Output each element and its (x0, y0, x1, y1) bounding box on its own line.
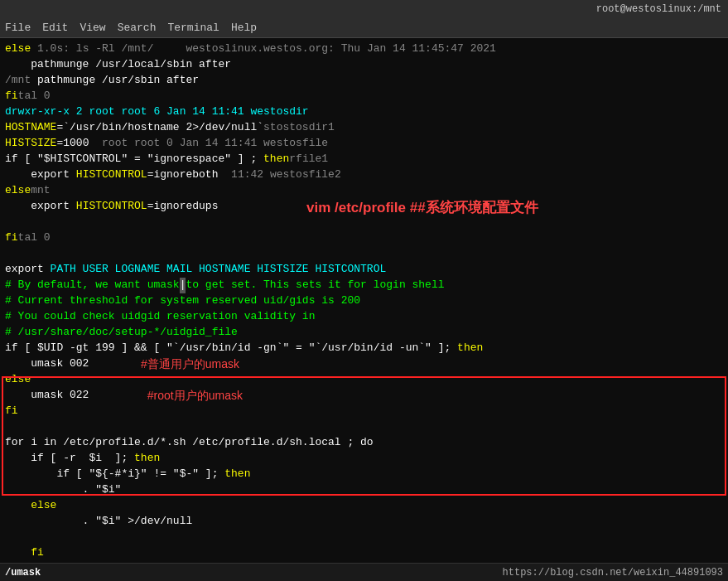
terminal-line-5: drwxr-xr-x 2 root root 6 Jan 14 11:41 we… (5, 104, 723, 120)
terminal-line-28: if [ "${-#*i}" != "$-" ]; then (5, 467, 723, 482)
terminal-line-29: . "$i" (5, 482, 723, 498)
umask-root-annotation: #root用户的umask (128, 370, 243, 421)
terminal-line-7: HISTSIZE=1000 root root 0 Jan 14 11:41 w… (5, 136, 723, 152)
status-bar: /umask https://blog.csdn.net/weixin_4489… (0, 563, 728, 581)
terminal-line-2: pathmunge /usr/local/sbin after (5, 57, 723, 73)
terminal-line-18: # You could check uidgid reservation val… (5, 309, 723, 325)
terminal-line-24: fi (5, 404, 723, 419)
status-left: /umask (5, 567, 41, 579)
menu-terminal[interactable]: Terminal (167, 22, 219, 34)
menu-bar: File Edit View Search Terminal Help (0, 18, 728, 38)
status-right: https://blog.csdn.net/weixin_44891093 (503, 567, 723, 579)
terminal-line-6: HOSTNAME=`/usr/bin/hostname 2>/dev/null`… (5, 120, 723, 136)
menu-view[interactable]: View (80, 22, 105, 34)
terminal-line-20: if [ $UID -gt 199 ] && [ "`/usr/bin/id -… (5, 341, 723, 356)
terminal-line-32 (5, 530, 723, 545)
terminal[interactable]: else 1.0s: ls -Rl /mnt/ westoslinux.west… (0, 38, 728, 563)
terminal-line-16: # By default, we want umask|to get set. … (5, 278, 723, 293)
terminal-line-31: . "$i" >/dev/null (5, 514, 723, 530)
vim-annotation: vim /etc/profile ##系统环境配置文件 (306, 198, 538, 219)
terminal-line-1: else 1.0s: ls -Rl /mnt/ westoslinux.west… (5, 41, 723, 57)
terminal-line-8: if [ "$HISTCONTROL" = "ignorespace" ] ; … (5, 152, 723, 167)
title-bar: root@westoslinux:/mnt (0, 0, 728, 18)
terminal-line-17: # Current threshold for system reserved … (5, 293, 723, 309)
terminal-line-14 (5, 246, 723, 262)
terminal-line-22: else (5, 372, 723, 388)
terminal-line-26: for i in /etc/profile.d/*.sh /etc/profil… (5, 435, 723, 451)
menu-help[interactable]: Help (231, 22, 257, 34)
title-text: root@westoslinux:/mnt (596, 3, 721, 15)
terminal-line-21: umask 002 #普通用户的umask (5, 356, 723, 372)
menu-edit[interactable]: Edit (42, 22, 68, 34)
terminal-line-9: export HISTCONTROL=ignoreboth 11:42 west… (5, 167, 723, 183)
terminal-line-33: fi (5, 545, 723, 561)
menu-file[interactable]: File (5, 22, 31, 34)
terminal-line-30: else (5, 498, 723, 514)
terminal-line-3: /mnt pathmunge /usr/sbin after (5, 73, 723, 89)
terminal-line-23: umask 022 #root用户的umask (5, 388, 723, 404)
terminal-line-13: fital 0 (5, 230, 723, 246)
terminal-line-15: export PATH USER LOGNAME MAIL HOSTNAME H… (5, 262, 723, 278)
terminal-line-19: # /usr/share/doc/setup-*/uidgid_file (5, 325, 723, 341)
terminal-line-25 (5, 419, 723, 435)
terminal-line-27: if [ -r $i ]; then (5, 451, 723, 467)
terminal-line-10: elsemnt (5, 183, 723, 199)
terminal-line-4: fital 0 (5, 89, 723, 104)
menu-search[interactable]: Search (118, 22, 157, 34)
